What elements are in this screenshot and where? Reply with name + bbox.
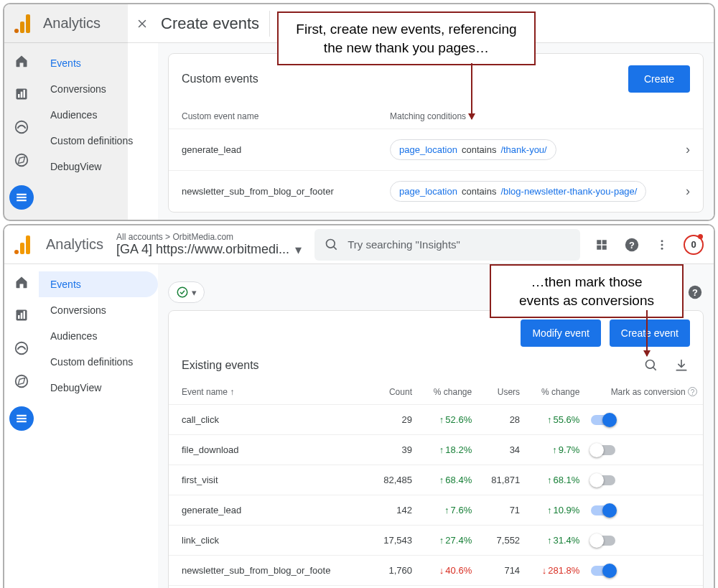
property-selector[interactable]: [GA 4] https://www.orbitmedi... ▾: [116, 242, 302, 258]
users: 28: [477, 405, 526, 435]
section-title: Existing events: [182, 359, 259, 372]
users: 34: [477, 435, 526, 465]
table-row: link_click17,543↑27.4%7,552↑31.4%: [169, 526, 703, 556]
chevron-down-icon: ▾: [295, 242, 302, 258]
conversion-toggle[interactable]: [591, 566, 615, 576]
check-circle-icon: [176, 286, 189, 299]
svg-text:?: ?: [629, 239, 635, 250]
sidebar: EventsConversionsAudiencesCustom definit…: [39, 43, 158, 221]
users-change: ↑55.6%: [526, 405, 585, 435]
sidebar-item-custom-definitions[interactable]: Custom definitions: [39, 349, 158, 375]
explore-icon[interactable]: [14, 119, 29, 135]
sidebar-item-custom-definitions[interactable]: Custom definitions: [39, 128, 158, 154]
status-filter[interactable]: ▾: [168, 281, 205, 303]
sidebar-item-audiences[interactable]: Audiences: [39, 102, 158, 128]
count: 1,760: [370, 556, 418, 586]
svg-text:?: ?: [692, 287, 698, 298]
modify-event-button[interactable]: Modify event: [521, 319, 600, 347]
count: 39: [370, 435, 418, 465]
conversion-toggle[interactable]: [591, 505, 615, 515]
count-change: ↑68.4%: [418, 465, 477, 495]
sidebar-item-events[interactable]: Events: [39, 50, 158, 76]
search-placeholder: Try searching "Insights": [348, 238, 460, 251]
conversion-toggle[interactable]: [591, 415, 615, 425]
svg-rect-13: [602, 245, 607, 249]
help-icon[interactable]: ?: [686, 284, 704, 301]
more-icon[interactable]: [653, 236, 671, 253]
home-icon[interactable]: [14, 274, 29, 290]
condition-chip: page_locationcontains/blog-newsletter-th…: [390, 181, 646, 202]
configure-icon[interactable]: [9, 406, 34, 431]
analytics-logo-icon: [14, 14, 33, 33]
sidebar-item-events[interactable]: Events: [39, 271, 158, 297]
svg-rect-3: [24, 90, 26, 98]
custom-event-row[interactable]: newsletter_sub_from_blog_or_footerpage_l…: [169, 170, 703, 212]
section-title: Custom events: [182, 73, 258, 85]
col-header: Count: [370, 380, 418, 405]
sidebar-item-debugview[interactable]: DebugView: [39, 375, 158, 401]
sidebar-item-debugview[interactable]: DebugView: [39, 154, 158, 179]
advertising-icon[interactable]: [14, 152, 29, 168]
col-header: % change: [526, 380, 585, 405]
annotation-arrow-2: [646, 310, 648, 356]
notifications-badge[interactable]: 0: [684, 235, 704, 255]
users: 714: [477, 556, 526, 586]
svg-rect-20: [18, 315, 20, 319]
help-small-icon[interactable]: ?: [688, 387, 697, 396]
svg-rect-8: [17, 200, 27, 201]
sidebar-item-conversions[interactable]: Conversions: [39, 76, 158, 102]
sidebar-item-conversions[interactable]: Conversions: [39, 297, 158, 323]
create-event-button[interactable]: Create event: [610, 319, 690, 347]
search-icon[interactable]: [643, 357, 660, 374]
conversion-toggle[interactable]: [591, 445, 615, 455]
search-input[interactable]: Try searching "Insights": [314, 229, 580, 261]
svg-rect-2: [21, 92, 23, 98]
reports-icon[interactable]: [14, 307, 29, 323]
brand: Analytics: [43, 15, 101, 32]
svg-point-17: [661, 243, 663, 246]
download-icon[interactable]: [673, 357, 690, 374]
svg-rect-21: [21, 313, 23, 319]
conversion-toggle[interactable]: [591, 475, 615, 485]
custom-event-row[interactable]: generate_leadpage_locationcontains/thank…: [169, 129, 703, 170]
chevron-right-icon: ›: [686, 184, 690, 199]
users: 81,871: [477, 465, 526, 495]
event-name[interactable]: newsletter_sub_from_blog_or_foote: [169, 556, 370, 586]
count: 82,485: [370, 465, 418, 495]
event-name[interactable]: link_click: [169, 526, 370, 556]
explore-icon[interactable]: [14, 340, 29, 356]
count: 2,755: [370, 586, 418, 589]
count-change: ↑80.2%: [418, 586, 477, 589]
col-header[interactable]: Event name ↑: [169, 380, 370, 405]
event-name[interactable]: call_click: [169, 405, 370, 435]
users-change: ↑107.3%: [526, 586, 585, 589]
analytics-logo-icon: [14, 235, 33, 254]
sidebar-item-audiences[interactable]: Audiences: [39, 323, 158, 349]
svg-point-4: [16, 121, 28, 134]
svg-rect-6: [17, 194, 27, 195]
users-change: ↑10.9%: [526, 495, 585, 526]
svg-rect-7: [17, 197, 27, 198]
event-name[interactable]: file_download: [169, 435, 370, 465]
help-icon[interactable]: ?: [623, 236, 640, 253]
event-name[interactable]: first_visit: [169, 465, 370, 495]
svg-point-24: [16, 375, 28, 388]
panel2-topbar: Analytics All accounts > OrbitMedia.com …: [4, 225, 714, 264]
create-button[interactable]: Create: [628, 65, 690, 93]
svg-rect-25: [17, 415, 27, 416]
svg-rect-10: [597, 240, 601, 244]
configure-icon[interactable]: [9, 185, 34, 210]
conversion-toggle[interactable]: [591, 536, 615, 546]
advertising-icon[interactable]: [14, 373, 29, 389]
events-table: Event name ↑Count% changeUsers% changeMa…: [169, 380, 703, 588]
users-change: ↑9.7%: [526, 435, 585, 465]
apps-icon[interactable]: [593, 236, 610, 253]
account-breadcrumb[interactable]: All accounts > OrbitMedia.com: [116, 232, 302, 242]
reports-icon[interactable]: [14, 86, 29, 102]
event-name[interactable]: generate_lead: [169, 495, 370, 526]
event-name: newsletter_sub_from_blog_or_footer: [182, 186, 378, 197]
col-header: % change: [418, 380, 477, 405]
close-icon[interactable]: [134, 15, 151, 32]
home-icon[interactable]: [14, 53, 29, 69]
event-name[interactable]: offsite_link: [169, 586, 370, 589]
